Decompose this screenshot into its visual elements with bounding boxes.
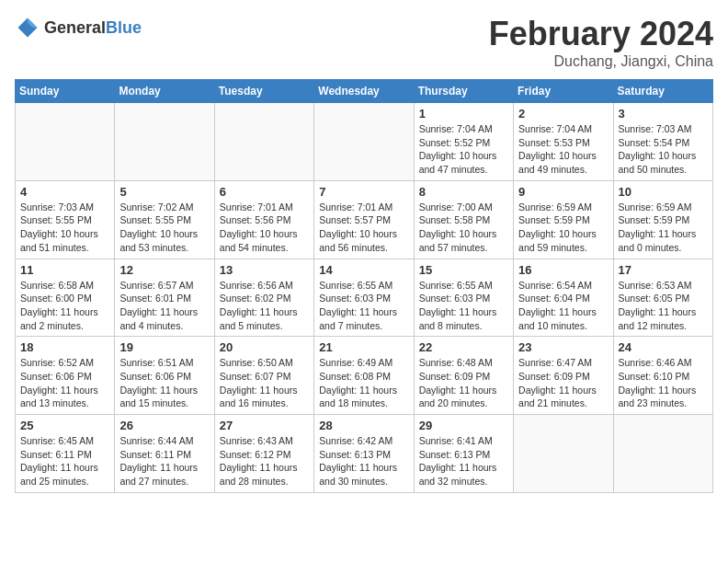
- calendar-cell: 4Sunrise: 7:03 AMSunset: 5:55 PMDaylight…: [16, 180, 115, 259]
- calendar-cell: 25Sunrise: 6:45 AMSunset: 6:11 PMDayligh…: [16, 415, 115, 493]
- day-info: Sunrise: 6:42 AMSunset: 6:13 PMDaylight:…: [319, 434, 408, 488]
- calendar-cell: 24Sunrise: 6:46 AMSunset: 6:10 PMDayligh…: [613, 337, 712, 415]
- weekday-header: Tuesday: [214, 80, 313, 103]
- calendar-cell: 26Sunrise: 6:44 AMSunset: 6:11 PMDayligh…: [115, 415, 214, 493]
- day-number: 2: [518, 107, 608, 121]
- day-number: 19: [119, 340, 209, 354]
- day-info: Sunrise: 6:52 AMSunset: 6:06 PMDaylight:…: [20, 356, 109, 410]
- calendar-cell: 10Sunrise: 6:59 AMSunset: 5:59 PMDayligh…: [613, 180, 712, 259]
- calendar-cell: 28Sunrise: 6:42 AMSunset: 6:13 PMDayligh…: [314, 415, 414, 493]
- day-number: 16: [518, 263, 608, 277]
- day-info: Sunrise: 6:55 AMSunset: 6:03 PMDaylight:…: [419, 279, 508, 333]
- day-number: 11: [20, 263, 109, 277]
- day-info: Sunrise: 6:58 AMSunset: 6:00 PMDaylight:…: [20, 279, 109, 333]
- day-number: 12: [119, 263, 209, 277]
- day-number: 14: [319, 263, 408, 277]
- day-number: 6: [220, 185, 309, 199]
- calendar-table: SundayMondayTuesdayWednesdayThursdayFrid…: [15, 79, 713, 493]
- logo-text-blue: Blue: [106, 18, 142, 37]
- day-info: Sunrise: 6:48 AMSunset: 6:09 PMDaylight:…: [419, 356, 508, 410]
- day-number: 1: [419, 107, 508, 121]
- calendar-cell: 8Sunrise: 7:00 AMSunset: 5:58 PMDaylight…: [414, 180, 513, 259]
- day-number: 13: [220, 263, 309, 277]
- calendar-cell: [115, 103, 214, 181]
- day-info: Sunrise: 6:53 AMSunset: 6:05 PMDaylight:…: [619, 279, 708, 333]
- calendar-cell: 18Sunrise: 6:52 AMSunset: 6:06 PMDayligh…: [16, 337, 115, 415]
- day-number: 28: [319, 419, 408, 432]
- calendar-week-row: 25Sunrise: 6:45 AMSunset: 6:11 PMDayligh…: [16, 415, 713, 493]
- day-info: Sunrise: 6:47 AMSunset: 6:09 PMDaylight:…: [518, 356, 608, 410]
- day-info: Sunrise: 6:59 AMSunset: 5:59 PMDaylight:…: [619, 201, 708, 255]
- calendar-cell: 17Sunrise: 6:53 AMSunset: 6:05 PMDayligh…: [613, 259, 712, 337]
- day-number: 4: [20, 185, 109, 199]
- calendar-cell: 13Sunrise: 6:56 AMSunset: 6:02 PMDayligh…: [214, 259, 313, 337]
- day-number: 9: [518, 185, 608, 199]
- logo-text-general: General: [44, 18, 106, 37]
- calendar-cell: [214, 103, 313, 181]
- calendar-cell: 29Sunrise: 6:41 AMSunset: 6:13 PMDayligh…: [414, 415, 513, 493]
- day-number: 26: [119, 419, 209, 432]
- day-info: Sunrise: 6:46 AMSunset: 6:10 PMDaylight:…: [619, 356, 708, 410]
- calendar-cell: 11Sunrise: 6:58 AMSunset: 6:00 PMDayligh…: [16, 259, 115, 337]
- day-info: Sunrise: 6:59 AMSunset: 5:59 PMDaylight:…: [518, 201, 608, 255]
- day-number: 20: [220, 340, 309, 354]
- calendar-cell: [613, 415, 712, 493]
- logo-icon: [15, 15, 40, 40]
- day-number: 17: [619, 263, 708, 277]
- calendar-cell: 9Sunrise: 6:59 AMSunset: 5:59 PMDaylight…: [514, 180, 613, 259]
- month-title: February 2024: [489, 15, 713, 53]
- day-number: 8: [419, 185, 508, 199]
- location-title: Duchang, Jiangxi, China: [489, 53, 713, 70]
- day-info: Sunrise: 6:43 AMSunset: 6:12 PMDaylight:…: [220, 434, 309, 488]
- calendar-cell: 20Sunrise: 6:50 AMSunset: 6:07 PMDayligh…: [214, 337, 313, 415]
- calendar-cell: 15Sunrise: 6:55 AMSunset: 6:03 PMDayligh…: [414, 259, 513, 337]
- day-number: 5: [119, 185, 209, 199]
- calendar-cell: [16, 103, 115, 181]
- day-number: 21: [319, 340, 408, 354]
- calendar-week-row: 4Sunrise: 7:03 AMSunset: 5:55 PMDaylight…: [16, 180, 713, 259]
- day-number: 18: [20, 340, 109, 354]
- calendar-cell: 23Sunrise: 6:47 AMSunset: 6:09 PMDayligh…: [514, 337, 613, 415]
- calendar-cell: 21Sunrise: 6:49 AMSunset: 6:08 PMDayligh…: [314, 337, 414, 415]
- calendar-cell: 7Sunrise: 7:01 AMSunset: 5:57 PMDaylight…: [314, 180, 414, 259]
- day-number: 29: [419, 419, 508, 432]
- title-area: February 2024 Duchang, Jiangxi, China: [489, 15, 713, 70]
- calendar-cell: 6Sunrise: 7:01 AMSunset: 5:56 PMDaylight…: [214, 180, 313, 259]
- calendar-cell: 5Sunrise: 7:02 AMSunset: 5:55 PMDaylight…: [115, 180, 214, 259]
- calendar-cell: [514, 415, 613, 493]
- calendar-week-row: 11Sunrise: 6:58 AMSunset: 6:00 PMDayligh…: [16, 259, 713, 337]
- calendar-week-row: 18Sunrise: 6:52 AMSunset: 6:06 PMDayligh…: [16, 337, 713, 415]
- day-info: Sunrise: 7:00 AMSunset: 5:58 PMDaylight:…: [419, 201, 508, 255]
- day-number: 15: [419, 263, 508, 277]
- day-info: Sunrise: 6:41 AMSunset: 6:13 PMDaylight:…: [419, 434, 508, 488]
- day-info: Sunrise: 6:44 AMSunset: 6:11 PMDaylight:…: [119, 434, 209, 488]
- day-info: Sunrise: 6:54 AMSunset: 6:04 PMDaylight:…: [518, 279, 608, 333]
- weekday-header: Monday: [115, 80, 214, 103]
- day-info: Sunrise: 6:57 AMSunset: 6:01 PMDaylight:…: [119, 279, 209, 333]
- day-info: Sunrise: 7:01 AMSunset: 5:56 PMDaylight:…: [220, 201, 309, 255]
- day-info: Sunrise: 6:51 AMSunset: 6:06 PMDaylight:…: [119, 356, 209, 410]
- day-info: Sunrise: 7:04 AMSunset: 5:53 PMDaylight:…: [518, 122, 608, 177]
- logo: GeneralBlue: [15, 15, 142, 40]
- day-info: Sunrise: 7:03 AMSunset: 5:54 PMDaylight:…: [619, 122, 708, 177]
- page-header: GeneralBlue February 2024 Duchang, Jiang…: [15, 15, 713, 70]
- day-info: Sunrise: 6:55 AMSunset: 6:03 PMDaylight:…: [319, 279, 408, 333]
- day-number: 27: [220, 419, 309, 432]
- calendar-cell: 27Sunrise: 6:43 AMSunset: 6:12 PMDayligh…: [214, 415, 313, 493]
- calendar-cell: 1Sunrise: 7:04 AMSunset: 5:52 PMDaylight…: [414, 103, 513, 181]
- calendar-cell: 22Sunrise: 6:48 AMSunset: 6:09 PMDayligh…: [414, 337, 513, 415]
- day-number: 24: [619, 340, 708, 354]
- calendar-week-row: 1Sunrise: 7:04 AMSunset: 5:52 PMDaylight…: [16, 103, 713, 181]
- day-info: Sunrise: 6:45 AMSunset: 6:11 PMDaylight:…: [20, 434, 109, 488]
- calendar-cell: 16Sunrise: 6:54 AMSunset: 6:04 PMDayligh…: [514, 259, 613, 337]
- calendar-header-row: SundayMondayTuesdayWednesdayThursdayFrid…: [16, 80, 713, 103]
- day-info: Sunrise: 6:50 AMSunset: 6:07 PMDaylight:…: [220, 356, 309, 410]
- weekday-header: Saturday: [613, 80, 712, 103]
- day-number: 10: [619, 185, 708, 199]
- day-info: Sunrise: 7:02 AMSunset: 5:55 PMDaylight:…: [119, 201, 209, 255]
- day-number: 3: [619, 107, 708, 121]
- calendar-cell: 2Sunrise: 7:04 AMSunset: 5:53 PMDaylight…: [514, 103, 613, 181]
- calendar-cell: 14Sunrise: 6:55 AMSunset: 6:03 PMDayligh…: [314, 259, 414, 337]
- calendar-cell: 3Sunrise: 7:03 AMSunset: 5:54 PMDaylight…: [613, 103, 712, 181]
- weekday-header: Friday: [514, 80, 613, 103]
